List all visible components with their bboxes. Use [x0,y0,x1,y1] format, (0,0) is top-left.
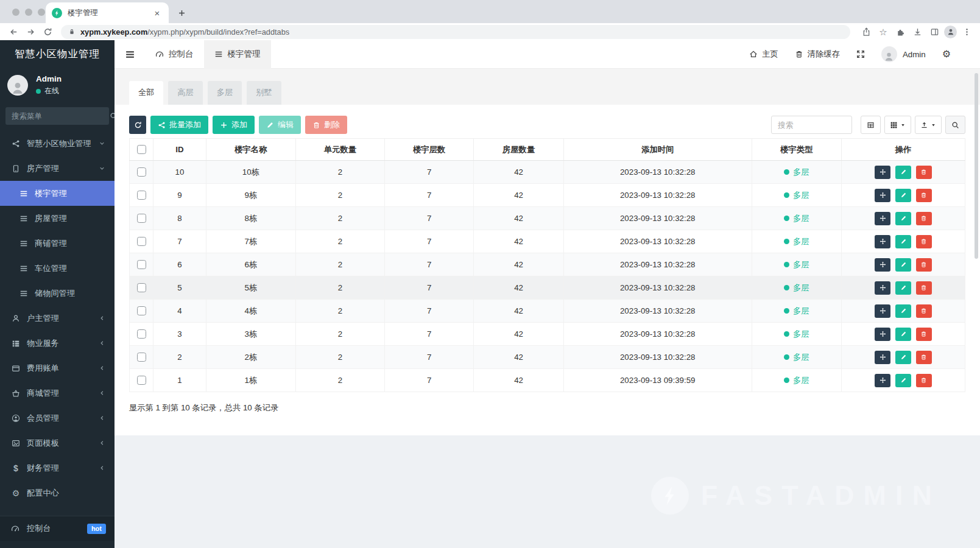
sidebar-item[interactable]: 页面模板 [0,430,115,455]
row-checkbox[interactable] [137,214,146,223]
row-checkbox[interactable] [137,167,146,177]
advanced-search-button[interactable] [945,116,965,134]
move-row-button[interactable] [875,166,890,179]
table-row[interactable]: 8 8栋 2 7 42 2023-09-13 10:32:28 多层 [130,207,965,230]
clear-cache-link[interactable]: 清除缓存 [795,49,840,60]
column-header[interactable]: 操作 [842,139,965,161]
row-checkbox[interactable] [137,237,146,246]
column-header[interactable]: ID [153,139,206,161]
delete-row-button[interactable] [916,374,932,387]
row-checkbox[interactable] [137,191,146,200]
tab-close-icon[interactable]: × [152,7,163,18]
column-header[interactable]: 房屋数量 [474,139,563,161]
toggle-view-button[interactable] [861,116,881,134]
column-header[interactable]: 楼宇名称 [206,139,295,161]
row-checkbox[interactable] [137,353,146,362]
move-row-button[interactable] [875,374,890,387]
select-all-header[interactable] [130,139,153,161]
delete-row-button[interactable] [916,258,932,272]
move-row-button[interactable] [875,281,890,295]
home-link[interactable]: 主页 [749,49,778,60]
edit-row-button[interactable] [895,351,911,364]
share-icon[interactable] [859,24,873,39]
table-row[interactable]: 7 7栋 2 7 42 2023-09-13 10:32:28 多层 [130,230,965,253]
sidebar-item[interactable]: 商铺管理 [0,231,115,256]
sidebar-item[interactable]: 储物间管理 [0,281,115,306]
edit-row-button[interactable] [895,166,911,179]
reload-icon[interactable] [40,24,55,39]
edit-row-button[interactable] [895,328,911,341]
edit-row-button[interactable] [895,258,911,272]
side-panel-icon[interactable] [927,24,942,39]
filter-tab[interactable]: 全部 [129,81,163,105]
sidebar-item[interactable]: 费用账单 [0,356,115,381]
menu-search[interactable] [5,107,109,125]
downloads-icon[interactable] [910,24,925,39]
sidebar-item[interactable]: 户主管理 [0,306,115,331]
window-controls[interactable] [12,9,45,16]
row-checkbox[interactable] [137,306,146,315]
move-row-button[interactable] [875,304,890,318]
sidebar-item[interactable]: 智慧小区物业管理 [0,131,115,156]
move-row-button[interactable] [875,235,890,248]
sidebar-item[interactable]: 房产管理 [0,156,115,181]
delete-row-button[interactable] [916,281,932,295]
table-row[interactable]: 5 5栋 2 7 42 2023-09-13 10:32:28 多层 [130,276,965,300]
menu-search-input[interactable] [12,112,110,121]
table-row[interactable]: 4 4栋 2 7 42 2023-09-13 10:32:28 多层 [130,300,965,323]
navbar-tab[interactable]: 控制台 [145,40,204,69]
delete-row-button[interactable] [916,328,932,341]
sidebar-item[interactable]: 会员管理 [0,406,115,430]
back-icon[interactable] [6,24,21,39]
move-row-button[interactable] [875,258,890,272]
move-row-button[interactable] [875,189,890,202]
window-close-button[interactable] [12,9,19,16]
move-row-button[interactable] [875,212,890,225]
delete-row-button[interactable] [916,235,932,248]
sidebar-item[interactable]: 房屋管理 [0,206,115,231]
column-header[interactable]: 楼宇类型 [752,139,841,161]
row-checkbox[interactable] [137,376,146,385]
delete-row-button[interactable] [916,189,932,202]
edit-row-button[interactable] [895,189,911,202]
table-row[interactable]: 1 1栋 2 7 42 2023-09-13 09:39:59 多层 [130,369,965,392]
sidebar-item-console[interactable]: 控制台 hot [0,516,115,541]
table-row[interactable]: 9 9栋 2 7 42 2023-09-13 10:32:28 多层 [130,184,965,207]
row-checkbox[interactable] [137,260,146,269]
table-row[interactable]: 10 10栋 2 7 42 2023-09-13 10:32:28 多层 [130,161,965,184]
delete-button[interactable]: 删除 [305,116,347,134]
sidebar-item[interactable]: $ 财务管理 [0,455,115,480]
extensions-puzzle-icon[interactable] [893,24,908,39]
select-all-checkbox[interactable] [137,145,146,154]
settings-button[interactable]: ⚙ [942,49,951,59]
edit-row-button[interactable] [895,374,911,387]
delete-row-button[interactable] [916,351,932,364]
row-checkbox[interactable] [137,283,146,292]
columns-button[interactable] [884,116,911,134]
edit-row-button[interactable] [895,235,911,248]
sidebar-item[interactable]: 车位管理 [0,256,115,281]
filter-tab[interactable]: 高层 [168,81,202,105]
address-bar[interactable]: xypm.xykeep.com/xypm.php/xypm/build/inde… [61,25,850,39]
sidebar-item[interactable]: ⚙ 配置中心 [0,480,115,505]
navbar-tab[interactable]: 楼宇管理 [204,40,271,69]
edit-row-button[interactable] [895,212,911,225]
window-minimize-button[interactable] [25,9,32,16]
sidebar-item[interactable]: 商城管理 [0,381,115,406]
column-header[interactable]: 添加时间 [563,139,752,161]
filter-tab[interactable]: 多层 [208,81,242,105]
add-button[interactable]: 添加 [213,116,255,134]
avatar[interactable] [7,75,28,96]
user-menu[interactable]: Admin [881,46,926,62]
filter-tab[interactable]: 别墅 [247,81,281,105]
browser-tab[interactable]: 楼宇管理 × [46,2,169,23]
move-row-button[interactable] [875,328,890,341]
edit-button[interactable]: 编辑 [259,116,301,134]
forward-icon[interactable] [23,24,38,39]
menu-toggle-icon[interactable] [115,40,145,69]
table-row[interactable]: 6 6栋 2 7 42 2023-09-13 10:32:28 多层 [130,253,965,276]
sidebar-item[interactable]: 物业服务 [0,331,115,356]
window-zoom-button[interactable] [38,9,45,16]
sidebar-item[interactable]: 楼宇管理 [0,181,115,206]
edit-row-button[interactable] [895,304,911,318]
